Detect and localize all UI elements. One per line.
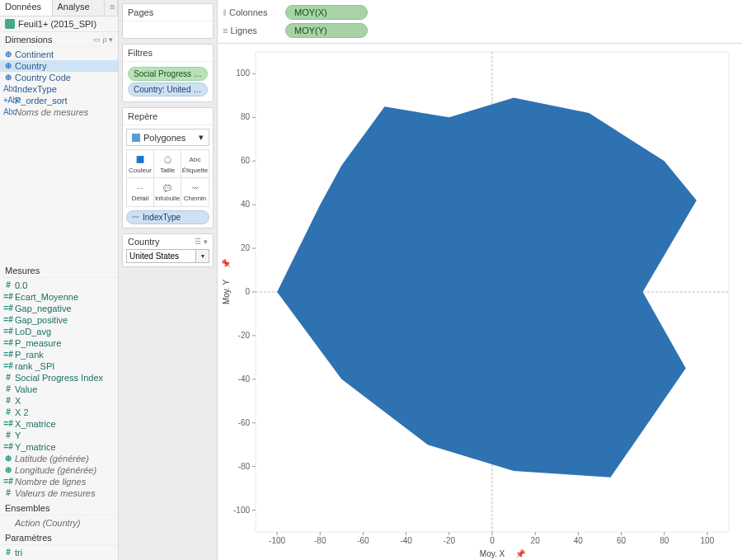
field-item[interactable]: =#P_rank	[0, 349, 118, 360]
filters-shelf[interactable]: Social Progress IndexCountry: United Sta…	[123, 62, 213, 101]
field-label: tri	[15, 548, 22, 558]
field-item[interactable]: #Social Progress Index	[0, 372, 118, 384]
pages-title: Pages	[123, 4, 213, 21]
svg-text:Moy. Y: Moy. Y	[222, 280, 231, 305]
field-label: X	[15, 396, 21, 406]
field-item[interactable]: ⊕Longitude (générée)	[0, 464, 118, 476]
country-filter-card: Country ☰ ▾ ▾	[122, 233, 214, 267]
datasource-row[interactable]: Feuil1+ (2015_SPI)	[0, 16, 118, 32]
columns-shelf[interactable]: ⦀Colonnes MOY(X)	[223, 3, 737, 21]
marks-cell-taille[interactable]: ◯Taille	[154, 150, 181, 178]
field-label: Country	[15, 61, 47, 71]
chart-area[interactable]: -100-80-60-40-20020406080100-100-80-60-4…	[218, 44, 742, 560]
field-item[interactable]: Action (Country)	[0, 517, 118, 529]
field-item[interactable]: =#Ecart_Moyenne	[0, 291, 118, 303]
field-type-icon: ⊕	[3, 61, 13, 70]
dimensions-list: ⊕Continent⊕Country⊕Country CodeAbcIndexT…	[0, 47, 118, 120]
rows-shelf[interactable]: ≡Lignes MOY(Y)	[223, 21, 737, 40]
field-type-icon: =#	[3, 304, 13, 313]
field-label: Y	[15, 431, 21, 440]
marks-cell-icon: Abc	[190, 154, 201, 166]
field-label: P_rank	[15, 350, 44, 360]
svg-text:-20: -20	[444, 536, 456, 545]
path-chip-label: IndexType	[143, 213, 181, 222]
svg-text:-60: -60	[238, 418, 251, 427]
columns-icon: ⦀	[223, 7, 226, 18]
tab-analysis[interactable]: Analyse	[53, 0, 106, 16]
svg-text:-20: -20	[238, 331, 251, 340]
marks-cell-icon: 💬	[162, 182, 173, 194]
field-type-icon: #	[3, 384, 13, 393]
columns-pill[interactable]: MOY(X)	[285, 5, 368, 20]
svg-text:20: 20	[241, 243, 251, 252]
chart-svg: -100-80-60-40-20020406080100-100-80-60-4…	[218, 44, 742, 560]
field-item[interactable]: =#Gap_positive	[0, 314, 118, 326]
rows-label: Lignes	[230, 26, 256, 35]
datasource-icon	[5, 19, 15, 29]
sets-label: Ensembles	[5, 503, 49, 513]
field-label: Y_matrice	[15, 442, 56, 452]
filter-chip[interactable]: Country: United Stat..	[128, 82, 208, 96]
marks-cell-couleur[interactable]: 🟦Couleur	[127, 150, 154, 178]
shelves: ⦀Colonnes MOY(X) ≡Lignes MOY(Y)	[218, 0, 742, 44]
field-item[interactable]: ⊕Country	[0, 60, 118, 72]
field-item[interactable]: =#Nombre de lignes	[0, 476, 118, 487]
filter-chip[interactable]: Social Progress Index	[128, 67, 208, 81]
field-type-icon: =#	[3, 442, 13, 451]
field-item[interactable]: AbcNoms de mesures	[0, 106, 118, 118]
field-item[interactable]: =#Gap_negative	[0, 303, 118, 314]
marks-cell-détail[interactable]: ⋯Détail	[127, 178, 154, 206]
field-label: Continent	[15, 49, 54, 59]
rows-pill[interactable]: MOY(Y)	[285, 23, 368, 38]
field-label: Nombre de lignes	[15, 477, 86, 487]
marks-cell-étiquette[interactable]: AbcÉtiquette	[181, 150, 209, 178]
field-item[interactable]: #X	[0, 395, 118, 407]
country-filter-dropdown[interactable]: ▾	[196, 249, 209, 263]
field-item[interactable]: ⊕Country Code	[0, 72, 118, 83]
field-label: Action (Country)	[15, 518, 80, 528]
field-item[interactable]: =#rank _SPI	[0, 360, 118, 372]
chevron-down-icon: ▾	[199, 132, 204, 143]
field-item[interactable]: +AbcP_order_sort	[0, 95, 118, 106]
params-list: #tri	[0, 545, 118, 560]
field-item[interactable]: #0.0	[0, 280, 118, 291]
field-type-icon: =#	[3, 327, 13, 336]
tab-menu[interactable]: ≡	[105, 0, 118, 16]
marks-cell-chemin[interactable]: 〰Chemin	[181, 178, 209, 206]
dimensions-tools[interactable]: ▭ ρ ▾	[93, 35, 113, 44]
left-tabs: Données Analyse ≡	[0, 0, 118, 16]
filters-title: Filtres	[123, 45, 213, 62]
country-filter-tools[interactable]: ☰ ▾	[195, 238, 208, 246]
pages-shelf[interactable]	[123, 21, 213, 38]
field-label: LoD_avg	[15, 327, 51, 336]
filters-card: Filtres Social Progress IndexCountry: Un…	[122, 44, 214, 102]
field-item[interactable]: =#LoD_avg	[0, 326, 118, 337]
marks-path-chip[interactable]: 〰 IndexType	[126, 210, 209, 224]
cards-panel: Pages Filtres Social Progress IndexCount…	[119, 0, 218, 560]
field-item[interactable]: AbcIndexType	[0, 83, 118, 95]
svg-text:-100: -100	[233, 506, 250, 515]
field-item[interactable]: #Valeurs de mesures	[0, 487, 118, 499]
field-item[interactable]: =#X_matrice	[0, 418, 118, 430]
field-item[interactable]: ⊕Continent	[0, 49, 118, 60]
field-type-icon: =#	[3, 477, 13, 486]
field-type-icon: Abc	[3, 107, 13, 116]
path-icon: 〰	[132, 214, 139, 222]
field-item[interactable]: =#P_measure	[0, 337, 118, 349]
field-item[interactable]: #Value	[0, 384, 118, 395]
tab-data[interactable]: Données	[0, 0, 53, 16]
field-item[interactable]: =#Y_matrice	[0, 441, 118, 453]
field-type-icon: =#	[3, 338, 13, 347]
country-filter-input[interactable]	[126, 249, 196, 263]
field-item[interactable]: #Y	[0, 430, 118, 441]
marks-title: Repère	[123, 108, 213, 125]
marks-type-dropdown[interactable]: Polygones ▾	[126, 129, 209, 146]
marks-cell-infobulle[interactable]: 💬Infobulle	[154, 178, 181, 206]
field-type-icon: =#	[3, 315, 13, 324]
field-item[interactable]: #X 2	[0, 407, 118, 418]
field-item[interactable]: #tri	[0, 547, 118, 558]
svg-text:0: 0	[245, 287, 250, 296]
field-type-icon: #	[3, 488, 13, 497]
field-item[interactable]: ⊕Latitude (générée)	[0, 453, 118, 464]
field-type-icon: =#	[3, 350, 13, 359]
